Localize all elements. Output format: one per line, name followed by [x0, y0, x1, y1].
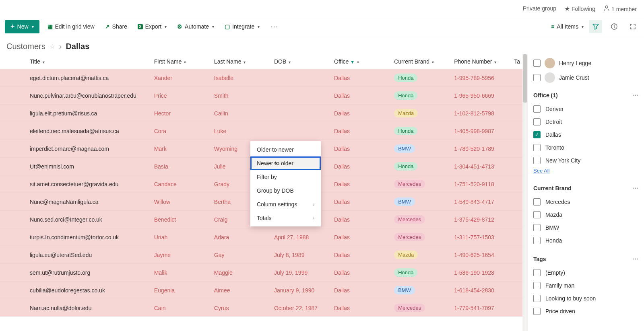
- cell-title[interactable]: Ut@enimnisl.com: [26, 158, 150, 175]
- cell-first-name[interactable]: Willow: [150, 193, 210, 211]
- cell-first-name[interactable]: Mark: [150, 140, 210, 158]
- filter-section-tags[interactable]: Tags⋯: [533, 253, 638, 266]
- checkbox[interactable]: [533, 308, 541, 315]
- cell-first-name[interactable]: Xander: [150, 69, 210, 87]
- filter-option[interactable]: New York City: [533, 154, 638, 167]
- table-row[interactable]: ligula.eu@uteratSed.edu Jayme Gay July 8…: [0, 246, 527, 264]
- col-brand[interactable]: Current Brand ▾: [390, 54, 450, 69]
- cell-title[interactable]: Nam.ac.nulla@dolor.edu: [26, 299, 150, 317]
- cell-first-name[interactable]: Basia: [150, 158, 210, 175]
- more-icon[interactable]: ⋯: [633, 256, 638, 262]
- cell-last-name[interactable]: Smith: [210, 87, 270, 105]
- filter-option[interactable]: Mercedes: [533, 195, 638, 208]
- automate-button[interactable]: ⚙Automate▾: [175, 22, 217, 31]
- breadcrumb-parent[interactable]: Customers: [6, 42, 45, 51]
- vertical-scrollbar[interactable]: [522, 54, 527, 331]
- cell-last-name[interactable]: Aimee: [210, 282, 270, 299]
- cell-first-name[interactable]: Cain: [150, 299, 210, 317]
- filter-pane-button[interactable]: [589, 20, 602, 33]
- cell-title[interactable]: sem.ut@rutrumjusto.org: [26, 264, 150, 282]
- checkbox[interactable]: [533, 269, 541, 276]
- cell-first-name[interactable]: Benedict: [150, 211, 210, 228]
- filter-option[interactable]: Mazda: [533, 208, 638, 221]
- filter-option[interactable]: ✓Dallas: [533, 128, 638, 141]
- view-switcher[interactable]: ≡All Items▾: [551, 23, 584, 30]
- cell-title[interactable]: ligula.eu@uteratSed.edu: [26, 246, 150, 264]
- filter-section-office[interactable]: Office (1)⋯: [533, 90, 638, 103]
- filter-section-brand[interactable]: Current Brand⋯: [533, 183, 638, 195]
- filter-option[interactable]: (Empty): [533, 266, 638, 279]
- checkbox[interactable]: [533, 295, 541, 302]
- cell-last-name[interactable]: Isabelle: [210, 69, 270, 87]
- share-button[interactable]: ↗Share: [103, 22, 130, 31]
- edit-in-grid-button[interactable]: Edit in grid view: [45, 22, 97, 31]
- members-link[interactable]: 1 member: [603, 5, 637, 12]
- cell-last-name[interactable]: Cailin: [210, 105, 270, 122]
- filter-option[interactable]: Denver: [533, 103, 638, 115]
- checkbox[interactable]: [533, 211, 541, 218]
- table-row[interactable]: eget.dictum.placerat@mattis.ca Xander Is…: [0, 69, 527, 87]
- cell-last-name[interactable]: Gay: [210, 246, 270, 264]
- filter-by[interactable]: Filter by: [250, 170, 321, 184]
- see-all-link[interactable]: See All: [533, 167, 549, 176]
- filter-person[interactable]: Jamie Crust: [533, 70, 638, 85]
- checkbox[interactable]: [533, 60, 541, 67]
- cell-last-name[interactable]: Luke: [210, 122, 270, 140]
- filter-option[interactable]: Looking to buy soon: [533, 292, 638, 305]
- cell-title[interactable]: turpis.In.condimentum@tortor.co.uk: [26, 228, 150, 246]
- checkbox[interactable]: [533, 282, 541, 289]
- checkbox[interactable]: [533, 74, 541, 81]
- cell-first-name[interactable]: Candace: [150, 175, 210, 193]
- group-by-dob[interactable]: Group by DOB: [250, 184, 321, 197]
- cell-last-name[interactable]: Maggie: [210, 264, 270, 282]
- checkbox[interactable]: [533, 237, 541, 244]
- col-first-name[interactable]: First Name ▾: [150, 54, 210, 69]
- cell-title[interactable]: cubilia@eudoloregestas.co.uk: [26, 282, 150, 299]
- cell-last-name[interactable]: Cyrus: [210, 299, 270, 317]
- info-pane-button[interactable]: [608, 20, 621, 33]
- totals[interactable]: Totals›: [250, 211, 321, 225]
- filter-option[interactable]: Price driven: [533, 305, 638, 318]
- checkbox[interactable]: [533, 198, 541, 206]
- checkbox[interactable]: ✓: [533, 131, 541, 138]
- table-row[interactable]: Nunc.pulvinar.arcu@conubianostraper.edu …: [0, 87, 527, 105]
- cell-title[interactable]: eget.dictum.placerat@mattis.ca: [26, 69, 150, 87]
- col-dob[interactable]: DOB ▾: [270, 54, 330, 69]
- cell-title[interactable]: ligula.elit.pretium@risus.ca: [26, 105, 150, 122]
- following-toggle[interactable]: ★ Following: [564, 5, 595, 12]
- cell-first-name[interactable]: Hector: [150, 105, 210, 122]
- col-phone[interactable]: Phone Number ▾: [450, 54, 510, 69]
- filter-option[interactable]: Detroit: [533, 115, 638, 128]
- cell-title[interactable]: imperdiet.ornare@magnaa.com: [26, 140, 150, 158]
- cell-first-name[interactable]: Cora: [150, 122, 210, 140]
- cell-first-name[interactable]: Malik: [150, 264, 210, 282]
- cell-first-name[interactable]: Jayme: [150, 246, 210, 264]
- filter-option[interactable]: Toronto: [533, 141, 638, 154]
- table-row[interactable]: turpis.In.condimentum@tortor.co.uk Uriah…: [0, 228, 527, 246]
- favorite-icon[interactable]: ☆: [50, 43, 55, 50]
- table-row[interactable]: eleifend.nec.malesuada@atrisus.ca Cora L…: [0, 122, 527, 140]
- cell-first-name[interactable]: Uriah: [150, 228, 210, 246]
- cell-title[interactable]: Nunc.sed.orci@Integer.co.uk: [26, 211, 150, 228]
- more-icon[interactable]: ⋯: [633, 185, 638, 191]
- checkbox[interactable]: [533, 105, 541, 113]
- more-icon[interactable]: ⋯: [633, 92, 638, 99]
- export-button[interactable]: XExport▾: [135, 22, 169, 31]
- cell-title[interactable]: Nunc@magnaNamligula.ca: [26, 193, 150, 211]
- sort-older-to-newer[interactable]: Older to newer: [250, 143, 321, 156]
- table-row[interactable]: cubilia@eudoloregestas.co.uk Eugenia Aim…: [0, 282, 527, 299]
- expand-button[interactable]: [626, 20, 639, 33]
- cell-first-name[interactable]: Eugenia: [150, 282, 210, 299]
- checkbox[interactable]: [533, 224, 541, 231]
- cell-last-name[interactable]: Adara: [210, 228, 270, 246]
- cell-first-name[interactable]: Price: [150, 87, 210, 105]
- table-row[interactable]: Nam.ac.nulla@dolor.edu Cain Cyrus Octobe…: [0, 299, 527, 317]
- checkbox[interactable]: [533, 118, 541, 125]
- filter-person[interactable]: Henry Legge: [533, 56, 638, 70]
- col-title[interactable]: Title ▾: [26, 54, 150, 69]
- table-row[interactable]: sem.ut@rutrumjusto.org Malik Maggie July…: [0, 264, 527, 282]
- table-row[interactable]: ligula.elit.pretium@risus.ca Hector Cail…: [0, 105, 527, 122]
- sort-newer-to-older[interactable]: Newer to older: [250, 156, 321, 170]
- new-button[interactable]: +New▾: [5, 20, 39, 33]
- more-commands-button[interactable]: ⋯: [268, 22, 281, 31]
